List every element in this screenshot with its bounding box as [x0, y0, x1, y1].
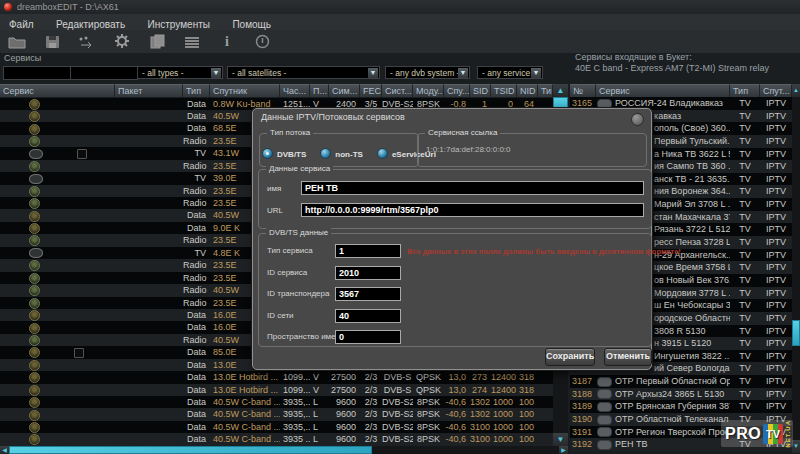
column-header-6[interactable]: Сим... [329, 84, 360, 97]
column-header-4[interactable]: Час... [280, 84, 310, 97]
dvbts-data-label: DVB/TS данные [266, 228, 331, 238]
service-data-label: Данные сервиса [266, 164, 333, 174]
table-row[interactable]: Data40.5W C-band ...3935 ...L96002/3DVB-… [0, 433, 553, 445]
services-panel-label: Сервисы [4, 53, 41, 63]
field-input-2[interactable] [335, 287, 401, 301]
table-row[interactable]: Data13.0E Hotbird ...1099...V275002/3DVB… [0, 371, 553, 383]
table-row[interactable]: Data40.5W C-band ...3935,...L96002/3DVB-… [0, 396, 553, 408]
info-icon[interactable]: i [216, 33, 238, 50]
about-icon[interactable] [251, 33, 273, 50]
field-label-4: Пространство имен [267, 332, 340, 341]
column-header-3[interactable]: Спутник [210, 84, 280, 97]
column-header-13[interactable]: NID [517, 84, 538, 97]
url-label: URL [267, 206, 283, 215]
service-type-icon [29, 323, 40, 334]
scroll-left-icon[interactable]: ◀ [0, 446, 9, 454]
right-scroll-up-icon[interactable]: ▲ [792, 84, 800, 97]
stream-type-option-DVB/TS[interactable]: DVB/TS [262, 143, 306, 160]
service-type-icon [29, 174, 43, 184]
right-vertical-scrollbar[interactable] [792, 97, 800, 440]
field-input-1[interactable] [335, 266, 401, 280]
column-header-7[interactable]: FEC [360, 84, 382, 97]
list-icon[interactable] [181, 33, 203, 50]
table-row[interactable]: Data13.0E Hotbird ...1099...V275002/3DVB… [0, 384, 553, 396]
services-table-header: СервисПакетТипСпутникЧас...П...Сим...FEC… [0, 84, 553, 97]
bouquet-row[interactable]: 3188ОТР Архыз24 3865 L 5130TVIPTV [570, 388, 792, 401]
bouquet-row[interactable]: 3189ОТР Брянская Губерния 387...TVIPTV [570, 400, 792, 413]
column-header-Сервис[interactable]: Сервис [596, 84, 730, 97]
table-row[interactable]: Data40.5W C-band ...3935,...L96002/3DVB-… [0, 421, 553, 433]
column-header-2[interactable]: Тип [183, 84, 210, 97]
types-dropdown[interactable]: - all types - ▼ [137, 66, 223, 79]
service-type-icon [29, 211, 40, 222]
column-header-1[interactable]: Пакет [115, 84, 183, 97]
scroll-right-icon[interactable]: ▶ [559, 446, 568, 454]
service-filter-input[interactable] [3, 66, 71, 80]
radio-icon[interactable] [262, 148, 273, 159]
bouquet-title: Сервисы входящие в Букет: [575, 52, 692, 62]
chevron-down-icon[interactable]: ▼ [531, 68, 541, 78]
service-link-label: Сервисная ссылка [425, 128, 500, 138]
stream-type-option-non-TS[interactable]: non-TS [320, 143, 363, 160]
table-row[interactable]: Data40.5W C-band ...3935,...L96002/3DVB-… [0, 408, 553, 420]
save-icon[interactable] [41, 33, 63, 50]
column-header-11[interactable]: SID [470, 84, 491, 97]
radio-icon[interactable] [320, 148, 331, 159]
open-folder-icon[interactable] [6, 33, 28, 50]
sd-icon [597, 440, 612, 450]
field-label-0: Тип сервиса [267, 246, 313, 255]
field-input-4[interactable] [335, 330, 401, 344]
service-type-icon [29, 186, 40, 197]
column-header-Спут...[interactable]: Спут... [760, 84, 792, 97]
column-header-14[interactable]: Тип [538, 84, 553, 97]
copy-icon[interactable] [146, 33, 168, 50]
column-header-5[interactable]: П... [310, 84, 329, 97]
column-header-Тип[interactable]: Тип [730, 84, 760, 97]
stream-type-label: Тип потока [267, 128, 313, 138]
settings-gear-icon[interactable] [111, 33, 133, 50]
url-field[interactable] [301, 203, 644, 217]
dvb-system-dropdown[interactable]: - any dvb system - ▼ [385, 66, 470, 79]
left-scroll-up-icon[interactable]: ▲ [553, 84, 568, 97]
column-header-9[interactable]: Моду... [413, 84, 444, 97]
service-type-icon [29, 235, 40, 246]
service-type-icon [29, 434, 40, 445]
column-header-12[interactable]: TSID [491, 84, 517, 97]
service-type-icon [29, 161, 40, 172]
horizontal-scroll-thumb[interactable] [9, 446, 372, 454]
sd-icon [597, 415, 612, 425]
right-scroll-down-icon[interactable]: ▼ [792, 440, 800, 453]
column-header-10[interactable]: Спу... [444, 84, 470, 97]
marker-icon [74, 348, 84, 358]
chevron-down-icon[interactable]: ▼ [211, 68, 221, 78]
close-icon[interactable] [631, 113, 644, 126]
bouquet-name: 40E C band - Express AM7 (T2-MI) Stream … [575, 63, 769, 73]
column-header-0[interactable]: Сервис [0, 84, 115, 97]
service-type-dropdown[interactable]: - any service - ▼ [477, 66, 543, 79]
field-input-0[interactable] [335, 244, 401, 258]
name-field[interactable] [301, 181, 644, 195]
service-type-icon [29, 335, 40, 346]
column-header-8[interactable]: Сист... [382, 84, 413, 97]
dvbts-data-group: DVB/TS данные Тип сервисаID сервисаID тр… [258, 233, 652, 347]
service-type-icon [29, 372, 40, 383]
chevron-down-icon[interactable]: ▼ [458, 68, 468, 78]
right-vertical-scroll-thumb[interactable] [792, 320, 800, 346]
watermark-tv-logo: TV [763, 424, 783, 444]
app-icon [4, 3, 12, 11]
left-scroll-down-icon[interactable]: ▼ [553, 433, 568, 446]
watermark-pro-text: PRO [725, 425, 761, 443]
package-filter-input[interactable] [70, 66, 138, 80]
column-header-№[interactable]: № [570, 84, 596, 97]
cancel-button[interactable]: Отменить [604, 348, 652, 366]
save-button[interactable]: Сохранить [545, 348, 595, 366]
radio-icon[interactable] [377, 148, 388, 159]
field-input-3[interactable] [335, 309, 401, 323]
transfer-icon[interactable] [76, 33, 98, 50]
satellites-dropdown[interactable]: - all satellites - ▼ [227, 66, 380, 79]
service-type-icon [29, 285, 40, 296]
bouquet-row[interactable]: 3187ОТР Первый Областной Ор...TVIPTV [570, 375, 792, 388]
left-horizontal-scrollbar[interactable]: ◀ ▶ [0, 446, 568, 454]
chevron-down-icon[interactable]: ▼ [368, 68, 378, 78]
service-type-icon [29, 360, 40, 371]
